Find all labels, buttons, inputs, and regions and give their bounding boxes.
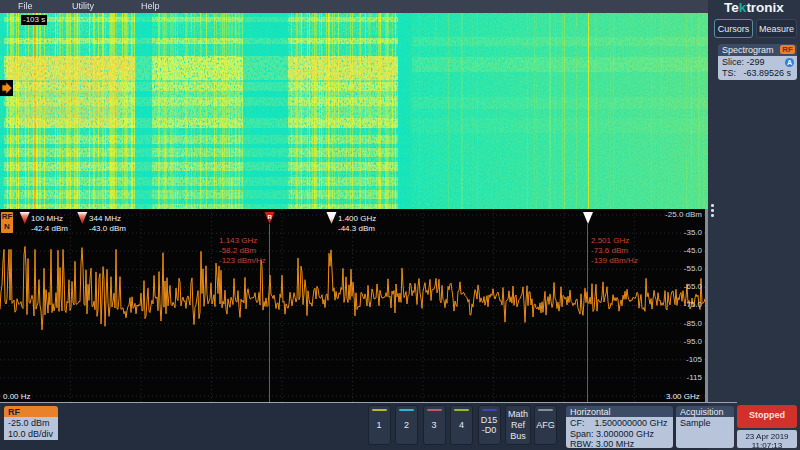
svg-text:R: R — [268, 214, 273, 220]
